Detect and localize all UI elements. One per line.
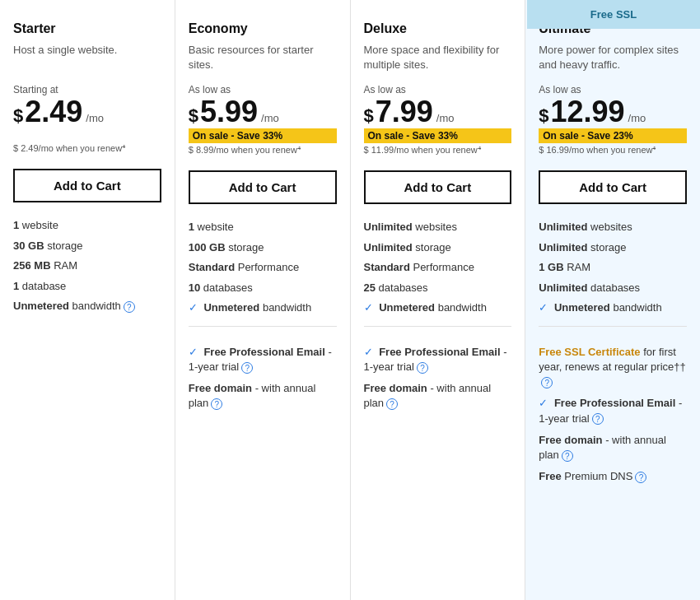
features-list-ultimate: Unlimited websitesUnlimited storage1 GB …: [539, 219, 687, 316]
check-icon: ✓: [189, 301, 201, 314]
pricing-table: Free SSL StarterHost a single website.St…: [0, 0, 700, 600]
feature-item-ultimate-2: 1 GB RAM: [539, 259, 687, 276]
extra-bold-ultimate-2: Free domain: [539, 434, 602, 446]
check-icon: ✓: [364, 346, 376, 358]
extra-bold-ultimate-3: Free: [539, 470, 561, 482]
price-amount-starter: 2.49: [25, 97, 82, 127]
feature-bold-deluxe-2: Standard: [364, 261, 410, 273]
info-icon[interactable]: ?: [562, 450, 573, 462]
price-dollar-ultimate: $: [539, 105, 548, 127]
price-row-deluxe: $7.99/mo: [364, 97, 512, 127]
feature-bold-economy-3: 10: [189, 281, 200, 294]
feature-bold-deluxe-3: 25: [364, 281, 376, 294]
feature-bold-deluxe-1: Unlimited: [364, 241, 413, 253]
plan-name-starter: Starter: [13, 21, 161, 36]
info-icon[interactable]: ?: [635, 472, 646, 483]
price-row-economy: $5.99/mo: [189, 97, 337, 127]
extra-item-deluxe-1: Free domain - with annual plan?: [364, 381, 512, 411]
add-to-cart-starter[interactable]: Add to Cart: [13, 169, 161, 202]
info-icon[interactable]: ?: [541, 377, 553, 388]
plan-name-deluxe: Deluxe: [364, 21, 512, 36]
feature-bold-ultimate-2: 1 GB: [539, 261, 563, 273]
plan-desc-economy: Basic resources for starter sites.: [189, 43, 337, 72]
feature-item-ultimate-3: Unlimited databases: [539, 280, 687, 296]
feature-item-ultimate-1: Unlimited storage: [539, 240, 687, 256]
features-list-deluxe: Unlimited websitesUnlimited storageStand…: [364, 219, 512, 316]
free-ssl-badge: Free SSL: [527, 0, 700, 29]
check-icon: ✓: [364, 301, 376, 314]
extra-item-ultimate-2: Free domain - with annual plan?: [539, 433, 687, 463]
feature-bold-starter-3: 1: [13, 280, 19, 292]
starting-label-economy: As low as: [189, 84, 337, 95]
feature-item-starter-3: 1 database: [13, 278, 161, 295]
feature-bold-ultimate-0: Unlimited: [539, 221, 587, 233]
starting-label-starter: Starting at: [13, 84, 161, 95]
feature-item-economy-4: ✓ Unmetered bandwidth: [189, 300, 337, 316]
feature-item-deluxe-2: Standard Performance: [364, 259, 512, 276]
extras-economy: ✓ Free Professional Email - 1-year trial…: [189, 345, 337, 412]
plan-desc-starter: Host a single website.: [13, 43, 161, 72]
extra-bold-ultimate-0: Free SSL Certificate: [539, 346, 640, 358]
price-mo-ultimate: /mo: [628, 112, 646, 124]
plan-desc-deluxe: More space and flexibility for multiple …: [364, 43, 512, 72]
feature-item-deluxe-1: Unlimited storage: [364, 240, 512, 256]
feature-item-economy-1: 100 GB storage: [189, 240, 337, 256]
on-sale-ultimate: On sale - Save 23%: [539, 128, 687, 143]
add-to-cart-deluxe[interactable]: Add to Cart: [364, 170, 512, 204]
info-icon[interactable]: ?: [241, 362, 253, 374]
feature-item-deluxe-4: ✓ Unmetered bandwidth: [364, 300, 512, 316]
extra-item-economy-0: ✓ Free Professional Email - 1-year trial…: [189, 345, 337, 374]
feature-bold-ultimate-4: Unmetered: [554, 301, 610, 314]
price-amount-economy: 5.99: [200, 97, 258, 127]
renew-price-starter: $ 2.49/mo when you renew⁴: [13, 143, 161, 154]
add-to-cart-economy[interactable]: Add to Cart: [189, 170, 337, 204]
plan-name-economy: Economy: [189, 21, 337, 36]
info-icon[interactable]: ?: [417, 362, 428, 374]
feature-bold-ultimate-1: Unlimited: [539, 241, 587, 253]
feature-bold-deluxe-0: Unlimited: [364, 221, 413, 233]
feature-bold-starter-0: 1: [13, 219, 19, 231]
renew-price-economy: $ 8.99/mo when you renew⁴: [189, 145, 337, 156]
starting-label-ultimate: As low as: [539, 84, 687, 95]
extra-bold-deluxe-1: Free domain: [364, 382, 427, 394]
price-mo-deluxe: /mo: [436, 112, 455, 124]
info-icon[interactable]: ?: [592, 413, 604, 425]
feature-item-economy-2: Standard Performance: [189, 259, 337, 276]
feature-item-ultimate-0: Unlimited websites: [539, 219, 687, 235]
info-icon[interactable]: ?: [386, 398, 398, 410]
extra-bold-economy-0: Free Professional Email: [203, 346, 324, 358]
features-list-starter: 1 website30 GB storage256 MB RAM1 databa…: [13, 217, 161, 314]
feature-item-starter-2: 256 MB RAM: [13, 258, 161, 274]
feature-item-starter-4: Unmetered bandwidth?: [13, 298, 161, 314]
feature-item-economy-0: 1 website: [189, 219, 337, 235]
feature-bold-deluxe-4: Unmetered: [379, 301, 435, 314]
plan-col-starter: StarterHost a single website.Starting at…: [0, 0, 175, 600]
price-amount-deluxe: 7.99: [376, 97, 433, 127]
extra-bold-economy-1: Free domain: [189, 382, 252, 394]
feature-bold-economy-4: Unmetered: [203, 301, 259, 314]
extra-item-economy-1: Free domain - with annual plan?: [189, 381, 337, 411]
extras-ultimate: Free SSL Certificate for first year, ren…: [539, 345, 687, 485]
feature-bold-economy-2: Standard: [189, 261, 235, 273]
check-icon: ✓: [539, 301, 551, 314]
info-icon[interactable]: ?: [124, 301, 135, 313]
starting-label-deluxe: As low as: [364, 84, 512, 95]
feature-bold-starter-4: Unmetered: [13, 300, 69, 312]
extra-bold-deluxe-0: Free Professional Email: [379, 346, 500, 358]
feature-bold-ultimate-3: Unlimited: [539, 281, 587, 294]
on-sale-economy: On sale - Save 33%: [189, 128, 337, 143]
features-list-economy: 1 website100 GB storageStandard Performa…: [189, 219, 337, 316]
divider-deluxe: [364, 326, 512, 327]
extra-item-ultimate-1: ✓ Free Professional Email - 1-year trial…: [539, 396, 687, 426]
price-dollar-starter: $: [13, 105, 23, 127]
feature-item-starter-1: 30 GB storage: [13, 238, 161, 254]
price-mo-starter: /mo: [86, 112, 104, 124]
price-amount-ultimate: 12.99: [551, 97, 625, 127]
plan-col-economy: EconomyBasic resources for starter sites…: [175, 0, 351, 600]
renew-price-deluxe: $ 11.99/mo when you renew⁴: [364, 145, 512, 156]
extra-bold-ultimate-1: Free Professional Email: [554, 397, 675, 409]
on-sale-deluxe: On sale - Save 33%: [364, 128, 512, 143]
extra-item-ultimate-0: Free SSL Certificate for first year, ren…: [539, 345, 687, 390]
info-icon[interactable]: ?: [211, 398, 222, 410]
add-to-cart-ultimate[interactable]: Add to Cart: [539, 170, 687, 204]
